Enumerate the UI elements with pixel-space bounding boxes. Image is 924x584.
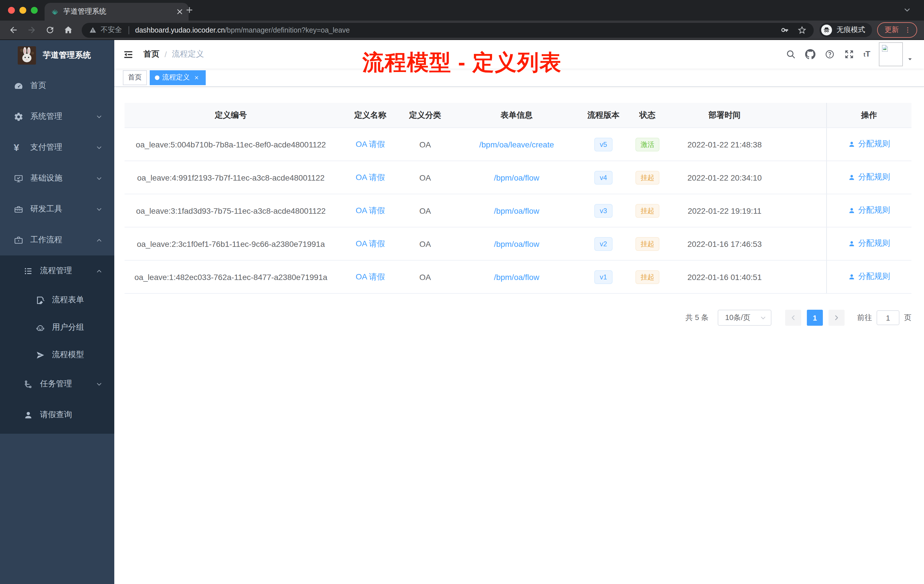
window-controls[interactable] [8,7,38,14]
assign-rule-label: 分配规则 [858,205,890,216]
form-info-link[interactable]: /bpm/oa/flow [494,272,540,281]
new-tab-button[interactable] [185,5,194,15]
url-domain: dashboard.yudao.iocoder.cn [135,26,225,34]
assign-rule-link[interactable]: 分配规则 [848,272,890,282]
search-icon[interactable] [786,49,796,59]
tab-close-icon[interactable] [175,7,184,16]
home-button[interactable] [63,25,73,35]
sidebar-item-task-manage[interactable]: 任务管理 [0,369,114,399]
definition-name-link[interactable]: OA 请假 [356,139,385,148]
goto-page-input[interactable] [876,310,899,325]
form-info-link[interactable]: /bpm/oa/leave/create [479,140,554,149]
table-row: oa_leave:3:1fad3d93-7b75-11ec-a3c8-acde4… [125,194,911,227]
avatar-dropdown-icon[interactable] [907,56,913,62]
back-button[interactable] [8,25,18,35]
sidebar-item-user-group[interactable]: 用户分组 [0,314,114,341]
font-size-icon[interactable]: tT [863,49,870,60]
github-icon[interactable] [805,49,815,59]
tag-label: 首页 [128,73,142,82]
assign-rule-link[interactable]: 分配规则 [848,239,890,249]
fullscreen-icon[interactable] [844,49,854,59]
send-icon [35,350,45,360]
sidebar-item-workflow[interactable]: 工作流程 [0,224,114,256]
minimize-window-button[interactable] [20,7,26,14]
tree-icon [23,379,33,389]
chevron-down-icon [96,144,102,150]
tag-close-icon[interactable] [193,73,201,81]
cell-spacer [775,194,826,227]
definition-name-link[interactable]: OA 请假 [356,272,385,281]
assign-rule-link[interactable]: 分配规则 [848,172,890,183]
cell-category: OA [403,227,447,260]
next-page-button[interactable] [828,310,845,326]
browser-tab-strip: 芋道管理系统 [0,0,924,21]
sidebar-logo[interactable]: 芋道管理系统 [0,40,114,70]
page-size-select[interactable]: 10条/页 [718,310,771,326]
browser-update-button[interactable]: 更新 [877,22,917,38]
sidebar-item-process-form[interactable]: 流程表单 [0,286,114,314]
definition-name-link[interactable]: OA 请假 [356,172,385,181]
avatar[interactable] [879,42,903,66]
browser-menu-icon[interactable] [904,26,911,34]
definition-table: 定义编号定义名称定义分类表单信息流程版本状态部署时间操作 oa_leave:5:… [125,103,911,294]
reload-button[interactable] [45,25,55,35]
prev-page-button[interactable] [785,310,801,326]
cell-deploy-time: 2022-01-22 20:34:10 [674,161,775,194]
sidebar-item-label: 流程表单 [52,295,84,305]
assign-rule-link[interactable]: 分配规则 [848,205,890,216]
briefcase-icon [14,235,23,245]
forward-button[interactable] [27,25,36,35]
chevron-down-icon [96,206,102,212]
breadcrumb-separator: / [165,50,167,59]
bookmark-icon[interactable] [798,26,806,34]
sidebar-toggle-icon[interactable] [123,49,134,60]
cell-deploy-time: 2022-01-22 21:48:38 [674,128,775,161]
tab-overview-icon[interactable] [903,6,911,14]
definition-name-link[interactable]: OA 请假 [356,239,385,248]
status-badge: 挂起 [635,237,660,251]
status-badge: 激活 [635,137,660,151]
listtree-icon [23,266,33,276]
tag-首页[interactable]: 首页 [123,70,147,85]
close-window-button[interactable] [8,7,15,14]
zoom-window-button[interactable] [31,7,38,14]
pagination: 共 5 条 10条/页 1 前往 页 [685,310,911,326]
sidebar-item-devtools[interactable]: 研发工具 [0,194,114,224]
definition-name-link[interactable]: OA 请假 [356,205,385,214]
sidebar: 芋道管理系统 首页系统管理¥支付管理基础设施研发工具工作流程流程管理流程表单用户… [0,40,114,584]
sidebar-item-process-model[interactable]: 流程模型 [0,341,114,369]
sidebar-item-process-manage[interactable]: 流程管理 [0,256,114,286]
sidebar-menu: 首页系统管理¥支付管理基础设施研发工具工作流程流程管理流程表单用户分组流程模型任… [0,70,114,434]
breadcrumb-current: 流程定义 [172,49,204,59]
sidebar-item-infra[interactable]: 基础设施 [0,163,114,194]
sidebar-item-system[interactable]: 系统管理 [0,101,114,132]
browser-tab[interactable]: 芋道管理系统 [45,3,188,21]
page-number-1[interactable]: 1 [807,310,823,326]
help-icon[interactable] [825,49,835,59]
address-bar[interactable]: 不安全 dashboard.yudao.iocoder.cn /bpm/mana… [82,23,814,38]
password-icon[interactable] [780,26,789,34]
form-info-link[interactable]: /bpm/oa/flow [494,239,540,248]
breadcrumb-home[interactable]: 首页 [144,49,159,59]
assign-rule-link[interactable]: 分配规则 [848,139,890,149]
column-header-1: 定义编号 [125,103,337,128]
tag-流程定义[interactable]: 流程定义 [150,70,206,85]
sidebar-item-label: 支付管理 [30,142,62,153]
sidebar-item-payment[interactable]: ¥支付管理 [0,132,114,163]
column-header-7: 部署时间 [674,103,775,128]
sidebar-item-leave-query[interactable]: 请假查询 [0,399,114,430]
tag-active-dot [155,75,159,80]
form-info-link[interactable]: /bpm/oa/flow [494,173,540,182]
logo-image [18,46,36,64]
breadcrumb: 首页 / 流程定义 [144,49,204,59]
tab-title: 芋道管理系统 [63,7,175,16]
assign-rule-label: 分配规则 [858,272,890,282]
chevron-down-icon [96,175,102,181]
sidebar-item-home[interactable]: 首页 [0,70,114,101]
cell-spacer [775,227,826,260]
version-badge: v4 [594,171,612,184]
form-info-link[interactable]: /bpm/oa/flow [494,206,540,215]
table-row: oa_leave:4:991f2193-7b7f-11ec-a3c8-acde4… [125,161,911,194]
user-icon [848,207,855,214]
column-header-2: 定义名称 [337,103,403,128]
